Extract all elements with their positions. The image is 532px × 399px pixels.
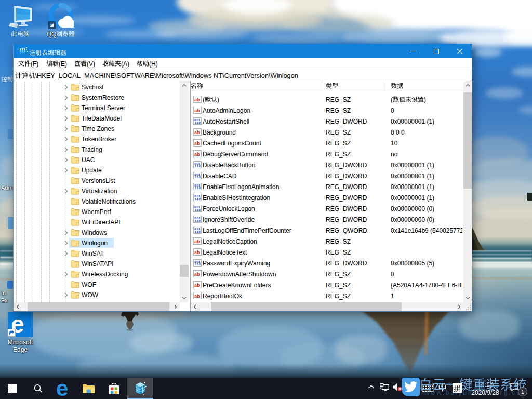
svg-text:ab: ab xyxy=(194,152,200,157)
svg-text:110: 110 xyxy=(195,121,201,125)
svg-text:ab: ab xyxy=(194,141,200,146)
svg-text:ab: ab xyxy=(194,130,200,135)
svg-text:ab: ab xyxy=(194,294,200,299)
svg-text:ab: ab xyxy=(194,97,200,102)
svg-text:110: 110 xyxy=(195,219,201,223)
svg-text:ab: ab xyxy=(194,108,200,113)
svg-text:ab: ab xyxy=(194,250,200,255)
svg-text:110: 110 xyxy=(195,176,201,179)
svg-text:ab: ab xyxy=(194,272,200,277)
svg-text:ab: ab xyxy=(194,239,200,244)
svg-text:110: 110 xyxy=(195,197,201,201)
svg-text:110: 110 xyxy=(195,230,201,234)
svg-text:110: 110 xyxy=(195,208,201,212)
svg-text:110: 110 xyxy=(195,165,201,168)
svg-text:110: 110 xyxy=(195,187,201,190)
svg-text:ab: ab xyxy=(194,283,200,288)
svg-text:110: 110 xyxy=(195,263,201,267)
